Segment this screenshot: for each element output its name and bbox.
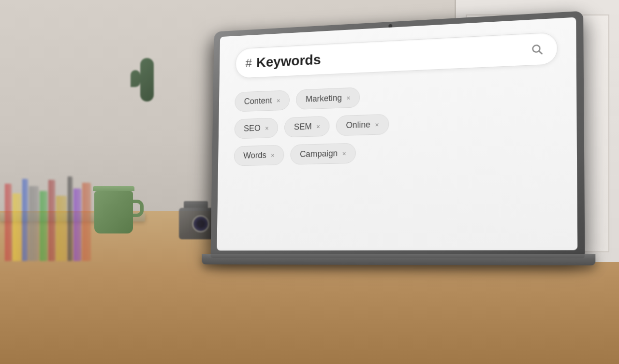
book xyxy=(68,176,73,261)
hash-symbol: # xyxy=(245,57,252,69)
book xyxy=(40,191,47,261)
book xyxy=(29,186,39,261)
tag-label: SEO xyxy=(244,123,261,133)
search-keywords-label: Keywords xyxy=(256,42,523,71)
bookshelf xyxy=(0,77,126,261)
tags-row: Content×Marketing× xyxy=(235,79,558,112)
book xyxy=(5,184,12,261)
cactus xyxy=(140,58,154,102)
tag-remove-button[interactable]: × xyxy=(271,152,275,159)
keyword-tag[interactable]: SEM× xyxy=(284,116,330,137)
tags-row: Words×Campaign× xyxy=(234,137,559,166)
tag-remove-button[interactable]: × xyxy=(277,97,280,104)
svg-line-1 xyxy=(539,51,542,54)
book xyxy=(74,189,81,261)
tag-label: Words xyxy=(243,150,266,160)
mug-body xyxy=(94,191,133,233)
search-icon[interactable] xyxy=(528,40,546,58)
keyword-tag[interactable]: Online× xyxy=(336,114,389,136)
book xyxy=(13,193,21,261)
tag-label: Online xyxy=(346,120,370,131)
mug xyxy=(94,186,134,233)
search-bar[interactable]: # Keywords xyxy=(235,32,558,79)
tag-remove-button[interactable]: × xyxy=(316,123,320,130)
laptop-base xyxy=(202,254,595,265)
laptop: # Keywords Content×Marketing×SEO×SEM×Onl… xyxy=(189,18,590,265)
tag-label: SEM xyxy=(294,122,312,132)
tag-remove-button[interactable]: × xyxy=(342,150,346,157)
tags-area: Content×Marketing×SEO×SEM×Online×Words×C… xyxy=(234,74,559,171)
screen-content: # Keywords Content×Marketing×SEO×SEM×Onl… xyxy=(217,17,577,251)
book xyxy=(48,180,55,261)
tag-label: Marketing xyxy=(306,93,342,104)
tag-remove-button[interactable]: × xyxy=(347,94,351,101)
keyword-tag[interactable]: Words× xyxy=(234,145,284,166)
tag-remove-button[interactable]: × xyxy=(265,125,269,131)
keyword-tag[interactable]: Campaign× xyxy=(290,143,356,165)
tag-label: Campaign xyxy=(300,148,338,159)
tag-label: Content xyxy=(244,96,272,106)
cactus-arm xyxy=(131,70,140,87)
tags-row: SEO×SEM×Online× xyxy=(234,108,558,139)
books-container xyxy=(0,176,91,261)
book xyxy=(56,196,67,261)
tag-remove-button[interactable]: × xyxy=(375,121,379,128)
mug-handle xyxy=(133,200,144,217)
trackpad xyxy=(211,254,585,258)
mug-rim xyxy=(93,186,134,191)
keyword-tag[interactable]: Content× xyxy=(235,90,290,112)
keyword-tag[interactable]: Marketing× xyxy=(296,87,360,110)
laptop-screen: # Keywords Content×Marketing×SEO×SEM×Onl… xyxy=(217,17,577,251)
book xyxy=(82,183,91,261)
cactus-body xyxy=(140,58,154,102)
keyword-tag[interactable]: SEO× xyxy=(234,118,278,139)
laptop-lid: # Keywords Content×Marketing×SEO×SEM×Onl… xyxy=(211,11,585,255)
book xyxy=(22,179,28,261)
